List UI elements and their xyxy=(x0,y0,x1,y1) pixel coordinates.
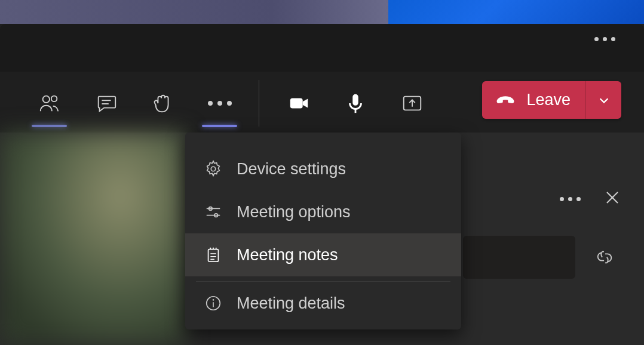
leave-button-group: Leave xyxy=(482,81,621,119)
toolbar-divider xyxy=(259,80,259,127)
meeting-toolbar: Leave xyxy=(0,78,644,128)
mic-icon xyxy=(344,92,367,115)
search-or-input-box[interactable] xyxy=(463,236,575,279)
menu-item-meeting-notes[interactable]: Meeting notes xyxy=(185,233,461,276)
close-icon xyxy=(605,190,620,205)
menu-item-label: Meeting details xyxy=(237,294,345,313)
window-top-strip xyxy=(0,0,644,24)
side-panel-controls xyxy=(560,190,620,208)
svg-point-0 xyxy=(42,96,49,102)
camera-button[interactable] xyxy=(270,78,327,128)
sliders-icon xyxy=(204,203,222,221)
link-icon xyxy=(595,248,614,267)
svg-rect-4 xyxy=(290,98,302,108)
app-more-button[interactable] xyxy=(594,37,615,41)
hangup-icon xyxy=(495,90,516,110)
copy-link-button[interactable] xyxy=(595,248,614,269)
video-tile-partial xyxy=(0,0,388,24)
panel-close-button[interactable] xyxy=(605,190,620,208)
svg-point-8 xyxy=(211,167,216,171)
share-screen-icon xyxy=(401,92,424,115)
leave-label: Leave xyxy=(526,91,571,109)
more-icon xyxy=(208,101,232,106)
menu-item-meeting-details[interactable]: Meeting details xyxy=(185,282,461,325)
gear-icon xyxy=(204,160,222,178)
svg-rect-5 xyxy=(352,94,358,105)
chevron-down-icon xyxy=(597,94,611,107)
more-actions-button[interactable] xyxy=(191,78,248,128)
mic-button[interactable] xyxy=(327,78,384,128)
camera-icon xyxy=(287,92,310,115)
svg-point-1 xyxy=(51,96,57,101)
active-underline xyxy=(32,125,67,127)
video-tile-partial-2 xyxy=(388,0,644,24)
leave-dropdown-button[interactable] xyxy=(585,81,621,119)
top-bar xyxy=(0,24,644,72)
chat-icon xyxy=(95,92,118,115)
people-icon xyxy=(38,92,61,115)
panel-more-button[interactable] xyxy=(560,197,581,201)
svg-point-22 xyxy=(213,300,214,300)
info-icon xyxy=(204,294,222,312)
raise-hand-button[interactable] xyxy=(134,78,191,128)
leave-button[interactable]: Leave xyxy=(482,81,585,119)
menu-item-device-settings[interactable]: Device settings xyxy=(185,147,461,190)
people-button[interactable] xyxy=(21,78,78,128)
menu-item-meeting-options[interactable]: Meeting options xyxy=(185,190,461,233)
menu-item-label: Meeting options xyxy=(237,203,351,221)
menu-item-label: Meeting notes xyxy=(237,246,338,264)
video-blur-thumb xyxy=(0,133,185,345)
more-actions-menu: Device settings Meeting options Meeting … xyxy=(185,133,461,329)
raise-hand-icon xyxy=(152,92,174,115)
active-underline xyxy=(202,125,237,127)
share-button[interactable] xyxy=(384,78,440,128)
menu-item-label: Device settings xyxy=(237,160,346,178)
chat-button[interactable] xyxy=(78,78,134,128)
notes-icon xyxy=(204,246,222,264)
